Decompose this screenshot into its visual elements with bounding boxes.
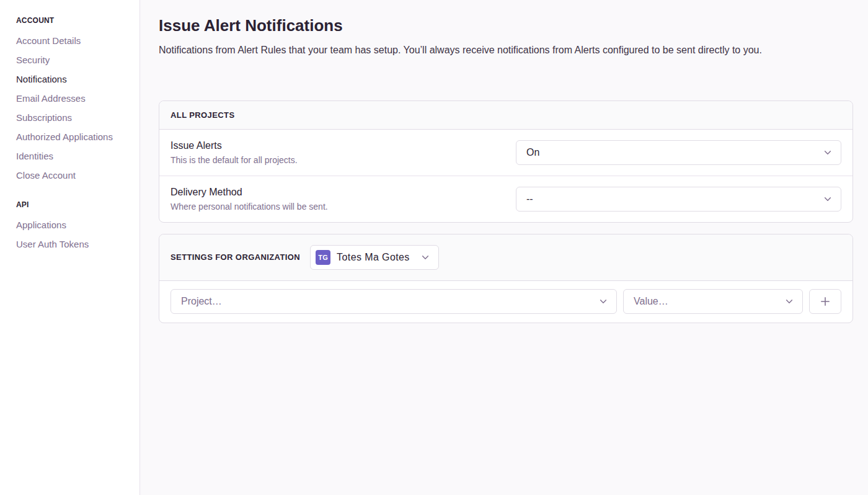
- sidebar-item-account-details[interactable]: Account Details: [16, 32, 133, 51]
- issue-alerts-field-row: Issue Alerts This is the default for all…: [159, 130, 852, 176]
- issue-alerts-control: On: [516, 140, 841, 165]
- issue-alerts-field-text: Issue Alerts This is the default for all…: [170, 140, 516, 165]
- sidebar-item-security[interactable]: Security: [16, 51, 133, 70]
- project-select-placeholder: Project…: [181, 296, 222, 307]
- add-override-button[interactable]: [809, 289, 841, 314]
- organization-panel-heading: SETTINGS FOR ORGANIZATION: [170, 253, 300, 262]
- value-select[interactable]: Value…: [623, 289, 803, 314]
- organization-name: Totes Ma Gotes: [337, 253, 410, 262]
- sidebar-item-applications[interactable]: Applications: [16, 216, 133, 235]
- sidebar-section-account: ACCOUNT Account Details Security Notific…: [16, 16, 133, 185]
- all-projects-panel: ALL PROJECTS Issue Alerts This is the de…: [159, 100, 853, 223]
- issue-alerts-select[interactable]: On: [516, 140, 841, 165]
- sidebar-item-authorized-applications[interactable]: Authorized Applications: [16, 128, 133, 147]
- chevron-down-icon: [785, 297, 794, 306]
- sidebar-item-identities[interactable]: Identities: [16, 147, 133, 166]
- sidebar-item-notifications[interactable]: Notifications: [16, 70, 133, 89]
- chevron-down-icon: [599, 297, 608, 306]
- sidebar-section-api: API Applications User Auth Tokens: [16, 200, 133, 254]
- all-projects-panel-header: ALL PROJECTS: [159, 101, 852, 130]
- plus-icon: [820, 296, 831, 307]
- issue-alerts-select-value: On: [526, 147, 539, 158]
- sidebar-heading-account: ACCOUNT: [16, 16, 133, 25]
- page-title: Issue Alert Notifications: [159, 16, 853, 35]
- chevron-down-icon: [823, 195, 832, 203]
- organization-select[interactable]: TG Totes Ma Gotes: [310, 245, 439, 270]
- main-content: Issue Alert Notifications Notifications …: [140, 0, 868, 495]
- page-description: Notifications from Alert Rules that your…: [159, 43, 853, 57]
- organization-panel-header: SETTINGS FOR ORGANIZATION TG Totes Ma Go…: [159, 234, 852, 281]
- delivery-method-select-value: --: [526, 194, 533, 205]
- sidebar-heading-api: API: [16, 200, 133, 209]
- delivery-method-field-text: Delivery Method Where personal notificat…: [170, 187, 516, 212]
- sidebar-item-subscriptions[interactable]: Subscriptions: [16, 109, 133, 128]
- delivery-method-field-row: Delivery Method Where personal notificat…: [159, 176, 852, 222]
- settings-sidebar: ACCOUNT Account Details Security Notific…: [0, 0, 140, 495]
- issue-alerts-help: This is the default for all projects.: [170, 155, 503, 165]
- delivery-method-select[interactable]: --: [516, 187, 841, 212]
- organization-avatar: TG: [316, 250, 330, 265]
- project-override-row: Project… Value…: [159, 281, 852, 323]
- issue-alerts-label: Issue Alerts: [170, 140, 503, 151]
- sidebar-item-email-addresses[interactable]: Email Addresses: [16, 89, 133, 109]
- delivery-method-help: Where personal notifications will be sen…: [170, 202, 503, 212]
- chevron-down-icon: [823, 148, 832, 157]
- chevron-down-icon: [421, 253, 430, 262]
- project-select[interactable]: Project…: [170, 289, 617, 314]
- settings-page: ACCOUNT Account Details Security Notific…: [0, 0, 868, 495]
- value-select-placeholder: Value…: [634, 296, 668, 307]
- delivery-method-label: Delivery Method: [170, 187, 503, 198]
- sidebar-item-close-account[interactable]: Close Account: [16, 166, 133, 185]
- sidebar-item-user-auth-tokens[interactable]: User Auth Tokens: [16, 235, 133, 254]
- organization-panel: SETTINGS FOR ORGANIZATION TG Totes Ma Go…: [159, 234, 853, 323]
- delivery-method-control: --: [516, 187, 841, 212]
